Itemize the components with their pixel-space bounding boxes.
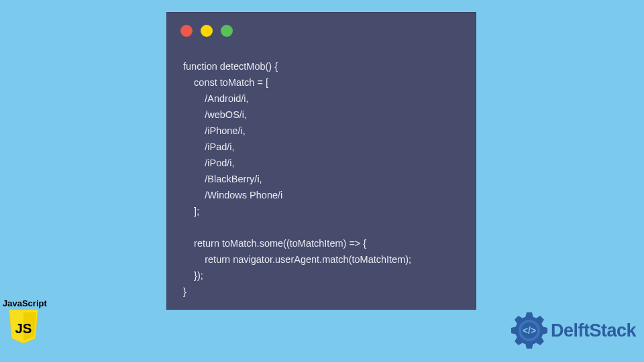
- delftstack-text: DelftStack: [551, 320, 636, 341]
- window-traffic-lights: [167, 13, 476, 44]
- js-shield-text: JS: [15, 321, 32, 336]
- maximize-icon[interactable]: [221, 25, 233, 37]
- javascript-badge: JavaScript JS: [3, 298, 56, 347]
- code-window: function detectMob() { const toMatch = […: [166, 12, 476, 310]
- svg-text:</>: </>: [523, 325, 536, 336]
- javascript-label: JavaScript: [3, 298, 56, 308]
- close-icon[interactable]: [180, 25, 193, 37]
- javascript-shield-icon: JS: [7, 310, 40, 345]
- delftstack-gear-icon: </>: [510, 311, 549, 350]
- code-block: function detectMob() { const toMatch = […: [167, 44, 476, 300]
- minimize-icon[interactable]: [201, 25, 213, 37]
- delftstack-logo: </> DelftStack: [510, 311, 636, 350]
